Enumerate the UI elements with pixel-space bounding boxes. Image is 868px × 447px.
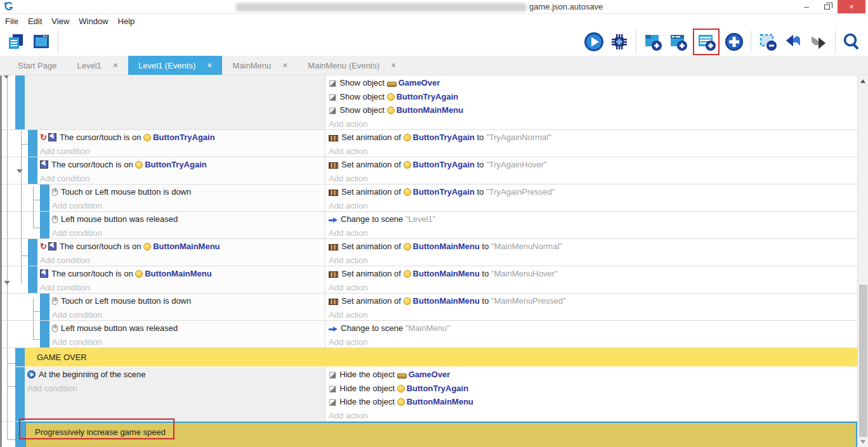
comment-text-box[interactable]: GAME OVER	[25, 348, 857, 366]
comment-row[interactable]: GAME OVER	[2, 348, 857, 367]
add-condition-link[interactable]: Add condition	[27, 382, 325, 396]
action-line[interactable]: ◪Show object ButtonTryAgain	[329, 90, 857, 104]
actions-cell[interactable]: Set animation of ButtonTryAgain to "TryA…	[325, 185, 857, 211]
start-page-icon[interactable]	[30, 31, 52, 53]
add-external-events-button[interactable]	[667, 31, 689, 53]
add-action-link[interactable]: Add action	[329, 172, 857, 185]
event-row[interactable]: The cursor/touch is on ButtonTryAgainAdd…	[2, 157, 857, 185]
event-row[interactable]: ↻The cursor/touch is on ButtonTryAgainAd…	[2, 130, 857, 157]
remove-event-button[interactable]	[757, 31, 779, 53]
add-action-link[interactable]: Add action	[329, 117, 857, 130]
add-condition-link[interactable]: Add condition	[40, 254, 325, 266]
add-action-link[interactable]: Add action	[329, 226, 857, 239]
add-action-link[interactable]: Add action	[329, 308, 857, 321]
redo-button[interactable]	[808, 31, 829, 53]
event-selection-bar[interactable]	[28, 157, 37, 184]
conditions-cell[interactable]	[25, 75, 325, 129]
project-manager-icon[interactable]	[5, 31, 27, 53]
actions-cell[interactable]: ◪Hide the object GameOver◪Hide the objec…	[325, 367, 857, 421]
action-line[interactable]: Change to scene "Level1"	[329, 212, 857, 226]
action-line[interactable]: Set animation of ButtonMainMenu to "Main…	[329, 240, 857, 254]
condition-line[interactable]: Left mouse button was released	[52, 321, 325, 335]
menu-help[interactable]: Help	[118, 16, 141, 26]
event-selection-bar[interactable]	[40, 294, 49, 320]
scrollbar-thumb[interactable]	[859, 285, 867, 437]
event-row[interactable]: ↻The cursor/touch is on ButtonMainMenuAd…	[2, 239, 857, 266]
condition-line[interactable]: Left mouse button was released	[52, 212, 325, 226]
condition-line[interactable]: The cursor/touch is on ButtonTryAgain	[40, 158, 325, 172]
event-row[interactable]: ◪Show object GameOver◪Show object Button…	[2, 75, 857, 130]
tab-mainmenu-events[interactable]: MainMenu (Events)×	[298, 56, 406, 75]
conditions-cell[interactable]: Touch or Left mouse button is downAdd co…	[49, 185, 325, 211]
add-object-button[interactable]	[723, 31, 745, 53]
add-condition-link[interactable]: Add condition	[40, 145, 325, 157]
action-line[interactable]: Set animation of ButtonTryAgain to "TryA…	[329, 185, 857, 199]
actions-cell[interactable]: Set animation of ButtonMainMenu to "Main…	[325, 239, 857, 266]
condition-line[interactable]: ↻The cursor/touch is on ButtonTryAgain	[40, 131, 325, 145]
scroll-down-arrow-icon[interactable]	[860, 440, 865, 444]
vertical-scrollbar[interactable]	[857, 75, 868, 447]
tab-level1[interactable]: Level1×	[67, 56, 128, 75]
menu-view[interactable]: View	[51, 16, 75, 26]
add-action-link[interactable]: Add action	[329, 335, 857, 348]
event-selection-bar[interactable]	[28, 130, 37, 157]
event-selection-bar[interactable]	[15, 422, 25, 447]
event-selection-bar[interactable]	[28, 266, 37, 293]
condition-line[interactable]: Touch or Left mouse button is down	[52, 185, 325, 199]
conditions-cell[interactable]: The cursor/touch is on ButtonMainMenuAdd…	[37, 266, 325, 293]
add-action-link[interactable]: Add action	[329, 281, 857, 294]
tab-mainmenu[interactable]: MainMenu×	[222, 56, 298, 75]
condition-line[interactable]: The cursor/touch is on ButtonMainMenu	[40, 267, 325, 281]
event-row[interactable]: Left mouse button was releasedAdd condit…	[2, 321, 857, 348]
condition-line[interactable]: ↻The cursor/touch is on ButtonMainMenu	[40, 240, 325, 254]
event-row[interactable]: The cursor/touch is on ButtonMainMenuAdd…	[2, 266, 857, 294]
add-event-button[interactable]	[696, 32, 716, 52]
tab-close-icon[interactable]: ×	[113, 60, 118, 70]
action-line[interactable]: ◪Hide the object ButtonTryAgain	[329, 382, 857, 396]
event-selection-bar[interactable]	[40, 185, 49, 211]
action-line[interactable]: Change to scene "MainMenu"	[329, 321, 857, 335]
conditions-cell[interactable]: ↻The cursor/touch is on ButtonTryAgainAd…	[37, 130, 325, 157]
event-row[interactable]: At the beginning of the sceneAdd conditi…	[2, 367, 857, 422]
tab-close-icon[interactable]: ×	[207, 60, 212, 70]
minimize-button[interactable]: –	[797, 0, 816, 13]
debugger-button[interactable]	[608, 31, 630, 53]
event-row[interactable]: Left mouse button was releasedAdd condit…	[2, 212, 857, 239]
actions-cell[interactable]: ◪Show object GameOver◪Show object Button…	[325, 75, 857, 129]
actions-cell[interactable]: Set animation of ButtonMainMenu to "Main…	[325, 294, 857, 320]
menu-edit[interactable]: Edit	[28, 16, 48, 26]
action-line[interactable]: Set animation of ButtonTryAgain to "TryA…	[329, 158, 857, 172]
event-selection-bar[interactable]	[28, 239, 37, 266]
event-row[interactable]: Touch or Left mouse button is downAdd co…	[2, 294, 857, 321]
event-selection-bar[interactable]	[15, 348, 25, 366]
close-button[interactable]: ×	[838, 0, 865, 13]
add-condition-link[interactable]: Add condition	[52, 226, 325, 239]
condition-line[interactable]: Touch or Left mouse button is down	[52, 294, 325, 308]
add-condition-link[interactable]: Add condition	[52, 335, 325, 348]
add-scene-button[interactable]	[642, 31, 664, 53]
add-condition-link[interactable]: Add condition	[40, 281, 325, 294]
menu-file[interactable]: File	[5, 16, 24, 26]
conditions-cell[interactable]: ↻The cursor/touch is on ButtonMainMenuAd…	[37, 239, 325, 266]
action-line[interactable]: ◪Show object GameOver	[329, 76, 857, 90]
action-line[interactable]: ◪Show object ButtonMainMenu	[329, 103, 857, 117]
event-row[interactable]: Touch or Left mouse button is downAdd co…	[2, 185, 857, 212]
restore-button[interactable]	[817, 0, 836, 13]
condition-line[interactable]: At the beginning of the scene	[27, 368, 325, 382]
action-line[interactable]: ◪Hide the object ButtonMainMenu	[329, 395, 857, 409]
preview-play-button[interactable]	[583, 31, 605, 53]
actions-cell[interactable]: Set animation of ButtonTryAgain to "TryA…	[325, 130, 857, 157]
actions-cell[interactable]: Change to scene "MainMenu"Add action	[325, 321, 857, 347]
actions-cell[interactable]: Change to scene "Level1"Add action	[325, 212, 857, 238]
tab-close-icon[interactable]: ×	[282, 60, 287, 70]
action-line[interactable]: Set animation of ButtonTryAgain to "TryA…	[329, 131, 857, 145]
actions-cell[interactable]: Set animation of ButtonTryAgain to "TryA…	[325, 157, 857, 184]
event-selection-bar[interactable]	[15, 367, 25, 421]
event-selection-bar[interactable]	[40, 321, 49, 347]
conditions-cell[interactable]: Touch or Left mouse button is downAdd co…	[49, 294, 325, 320]
add-condition-link[interactable]: Add condition	[52, 308, 325, 321]
menu-window[interactable]: Window	[79, 16, 114, 26]
conditions-cell[interactable]: At the beginning of the sceneAdd conditi…	[25, 367, 325, 421]
comment-text-box[interactable]: Progressively increase game speed	[25, 422, 857, 447]
search-button[interactable]	[841, 31, 863, 53]
